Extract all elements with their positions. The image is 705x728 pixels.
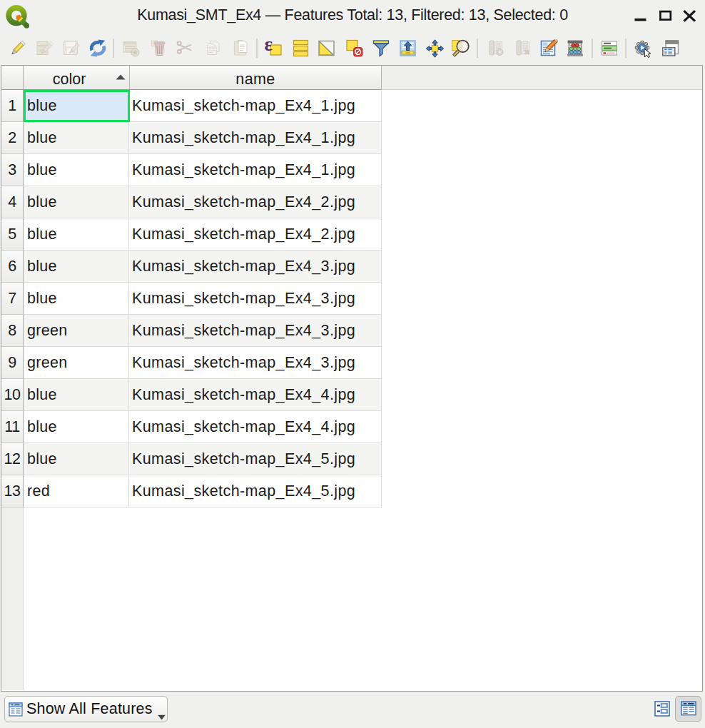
svg-text:ε: ε [265, 39, 273, 55]
